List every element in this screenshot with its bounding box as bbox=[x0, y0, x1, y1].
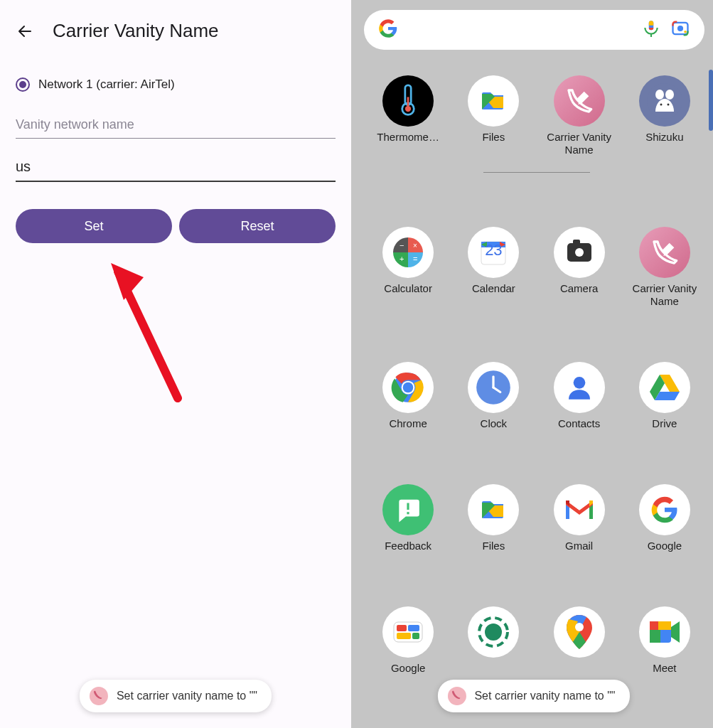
toast-notification: Set carrier vanity name to "" bbox=[80, 680, 272, 712]
app-drive[interactable]: Drive bbox=[622, 362, 707, 430]
app-calculator[interactable]: −×=+Calculator bbox=[365, 227, 451, 308]
phone-edit-icon bbox=[90, 687, 108, 705]
input-placeholder-label: Vanity network name bbox=[16, 117, 336, 138]
mic-icon[interactable] bbox=[642, 19, 660, 41]
svg-rect-27 bbox=[407, 512, 409, 514]
svg-rect-30 bbox=[408, 625, 419, 631]
svg-rect-32 bbox=[412, 633, 419, 639]
svg-rect-29 bbox=[397, 625, 407, 631]
app-contacts[interactable]: Contacts bbox=[537, 362, 622, 430]
app-maps[interactable] bbox=[537, 606, 622, 675]
search-bar[interactable] bbox=[364, 10, 704, 50]
app-label: Shizuku bbox=[645, 131, 683, 144]
svg-point-35 bbox=[575, 623, 584, 631]
reset-button[interactable]: Reset bbox=[179, 209, 336, 243]
app-thermometer[interactable]: Thermome… bbox=[365, 75, 451, 156]
app-clock[interactable]: Clock bbox=[451, 362, 536, 430]
app-calendar[interactable]: 23Calendar bbox=[451, 227, 536, 308]
app-label: Meet bbox=[653, 662, 676, 675]
app-label: Camera bbox=[560, 282, 598, 295]
toast-text-right: Set carrier vanity name to "" bbox=[474, 690, 615, 702]
svg-point-21 bbox=[403, 382, 414, 393]
app-meet[interactable]: Meet bbox=[622, 606, 707, 675]
svg-text:−: − bbox=[400, 241, 404, 250]
vanity-name-input[interactable] bbox=[16, 156, 336, 182]
app-gmail[interactable]: Gmail bbox=[537, 484, 622, 552]
button-row: Set Reset bbox=[16, 209, 336, 243]
lens-icon[interactable] bbox=[670, 18, 690, 41]
svg-rect-40 bbox=[650, 621, 658, 630]
app-feedback[interactable]: Feedback bbox=[365, 484, 451, 552]
svg-point-9 bbox=[665, 90, 674, 100]
app-cvn[interactable]: Carrier Vanity Name bbox=[537, 75, 622, 156]
svg-text:+: + bbox=[400, 255, 404, 263]
toast-text: Set carrier vanity name to "" bbox=[117, 690, 257, 702]
svg-point-25 bbox=[573, 377, 585, 389]
app-label: Drive bbox=[652, 417, 677, 430]
app-header: Carrier Vanity Name bbox=[16, 20, 336, 42]
google-g-icon bbox=[378, 18, 398, 41]
app-files2[interactable]: Files bbox=[451, 484, 536, 552]
page-title: Carrier Vanity Name bbox=[53, 20, 219, 42]
svg-rect-6 bbox=[407, 97, 409, 107]
app-googletv[interactable]: Google bbox=[365, 606, 451, 675]
app-label: Files bbox=[483, 131, 505, 144]
app-camera[interactable]: Camera bbox=[537, 227, 622, 308]
app-label: Clock bbox=[481, 417, 508, 430]
back-icon[interactable] bbox=[16, 22, 34, 41]
app-grid: Thermome…FilesCarrier Vanity NameShizuku… bbox=[364, 75, 709, 675]
app-cvn2[interactable]: Carrier Vanity Name bbox=[622, 227, 707, 308]
app-label: Calculator bbox=[384, 282, 432, 295]
app-chrome[interactable]: Chrome bbox=[365, 362, 451, 430]
app-shizuku[interactable]: Shizuku bbox=[622, 75, 707, 156]
radio-icon bbox=[16, 77, 30, 92]
app-label: Carrier Vanity Name bbox=[626, 282, 704, 308]
app-google[interactable]: Google bbox=[622, 484, 707, 552]
svg-point-11 bbox=[667, 104, 669, 106]
svg-rect-26 bbox=[407, 503, 409, 510]
svg-point-2 bbox=[684, 31, 687, 33]
set-button[interactable]: Set bbox=[16, 209, 172, 243]
app-lens2[interactable] bbox=[451, 606, 536, 675]
svg-point-8 bbox=[655, 90, 664, 100]
app-label: Google bbox=[391, 662, 425, 675]
app-label: Gmail bbox=[565, 540, 593, 552]
svg-point-10 bbox=[660, 104, 662, 106]
app-label: Chrome bbox=[389, 417, 427, 430]
svg-point-1 bbox=[677, 26, 683, 31]
app-label: Calendar bbox=[472, 282, 515, 295]
app-label: Feedback bbox=[385, 540, 431, 552]
app-files[interactable]: Files bbox=[451, 75, 536, 156]
radio-label: Network 1 (carrier: AirTel) bbox=[38, 77, 175, 92]
app-label: Thermome… bbox=[377, 131, 439, 144]
vanity-name-input-wrap bbox=[16, 156, 336, 182]
scrollbar[interactable] bbox=[709, 70, 713, 131]
app-label: Contacts bbox=[558, 417, 600, 430]
annotation-arrow-icon bbox=[107, 263, 192, 405]
svg-rect-31 bbox=[397, 633, 411, 639]
app-label: Carrier Vanity Name bbox=[540, 131, 618, 156]
divider bbox=[483, 172, 590, 173]
toast-notification-right: Set carrier vanity name to "" bbox=[437, 680, 629, 712]
app-drawer-screen: Thermome…FilesCarrier Vanity NameShizuku… bbox=[354, 0, 713, 728]
svg-text:×: × bbox=[413, 242, 417, 250]
app-label: Google bbox=[648, 540, 682, 552]
svg-point-33 bbox=[485, 623, 502, 641]
network-radio[interactable]: Network 1 (carrier: AirTel) bbox=[16, 77, 336, 92]
carrier-vanity-screen: Carrier Vanity Name Network 1 (carrier: … bbox=[0, 0, 354, 728]
app-label: Files bbox=[483, 540, 505, 552]
vanity-name-label-field: Vanity network name bbox=[16, 117, 336, 139]
phone-edit-icon bbox=[447, 687, 466, 705]
svg-text:=: = bbox=[413, 255, 417, 263]
